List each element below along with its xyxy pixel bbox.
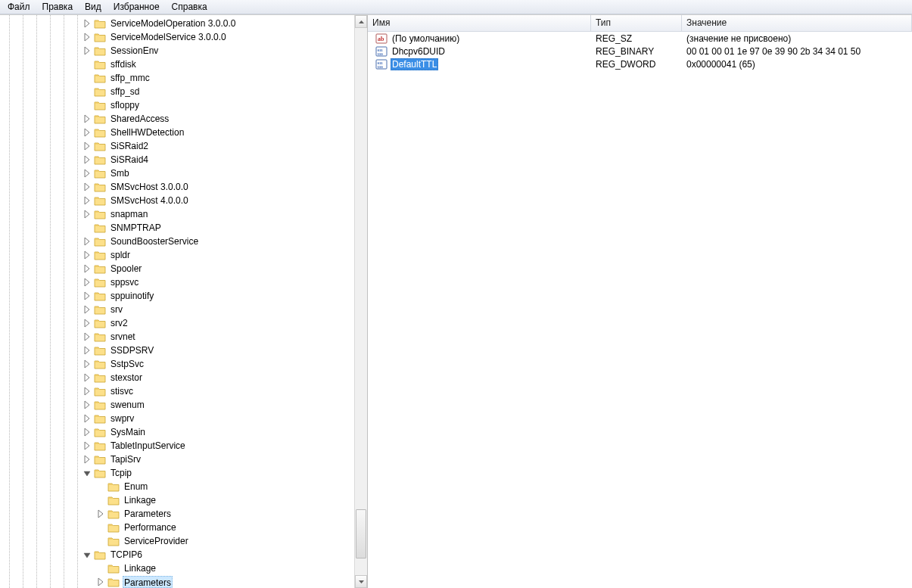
expand-icon[interactable] <box>83 142 92 151</box>
expand-icon[interactable] <box>83 414 92 423</box>
col-name[interactable]: Имя <box>368 15 591 31</box>
tree-item[interactable]: Linkage <box>83 562 353 575</box>
tree-item[interactable]: SiSRaid4 <box>83 153 353 166</box>
value-row[interactable]: Dhcpv6DUIDREG_BINARY00 01 00 01 1e 97 0e… <box>368 45 912 58</box>
tree-item[interactable]: Linkage <box>83 493 353 507</box>
scroll-track[interactable] <box>355 28 367 575</box>
expand-icon[interactable] <box>83 332 92 341</box>
tree-item[interactable]: SoundBoosterService <box>83 235 353 248</box>
folder-icon <box>94 222 106 233</box>
scroll-down-button[interactable] <box>355 575 367 588</box>
expand-icon[interactable] <box>83 455 92 464</box>
folder-icon <box>107 577 120 587</box>
expand-icon[interactable] <box>83 291 92 300</box>
tree-item[interactable]: sfloppy <box>83 98 353 112</box>
menu-edit[interactable]: Правка <box>36 0 79 14</box>
expand-icon[interactable] <box>83 387 92 396</box>
tree-item[interactable]: SiSRaid2 <box>83 139 353 153</box>
tree-item[interactable]: SMSvcHost 3.0.0.0 <box>83 180 353 194</box>
tree-item[interactable]: Enum <box>83 480 353 493</box>
expand-icon[interactable] <box>83 210 92 219</box>
expand-icon[interactable] <box>83 196 92 205</box>
tree-item[interactable]: srv <box>83 303 353 316</box>
tree-item[interactable]: srv2 <box>83 316 353 330</box>
tree-item[interactable]: spldr <box>83 248 353 262</box>
expand-icon[interactable] <box>83 155 92 164</box>
expand-icon[interactable] <box>83 237 92 246</box>
tree-item[interactable]: srvnet <box>83 330 353 344</box>
tree-item[interactable]: sppuinotify <box>83 289 353 303</box>
expand-icon[interactable] <box>83 46 92 55</box>
tree-item[interactable]: ServiceModelOperation 3.0.0.0 <box>83 17 353 30</box>
expand-icon[interactable] <box>97 577 106 586</box>
tree-item[interactable]: ServiceProvider <box>83 534 353 548</box>
tree-item[interactable]: Spooler <box>83 262 353 275</box>
expand-icon[interactable] <box>83 400 92 409</box>
col-value[interactable]: Значение <box>682 15 912 31</box>
tree-item[interactable]: Performance <box>83 521 353 534</box>
scroll-up-button[interactable] <box>355 15 367 28</box>
tree-item[interactable]: stexstor <box>83 371 353 384</box>
tree-item[interactable]: SessionEnv <box>83 44 353 58</box>
tree-item[interactable]: Smb <box>83 166 353 180</box>
tree-item[interactable]: ShellHWDetection <box>83 126 353 139</box>
tree-item[interactable]: swprv <box>83 412 353 425</box>
tree-item[interactable]: SstpSvc <box>83 357 353 371</box>
collapse-icon[interactable] <box>83 468 92 478</box>
value-row[interactable]: (По умолчанию)REG_SZ(значение не присвое… <box>368 32 912 45</box>
collapse-icon[interactable] <box>83 550 92 559</box>
tree-item[interactable]: stisvc <box>83 384 353 398</box>
tree-item[interactable]: SysMain <box>83 425 353 439</box>
expand-icon[interactable] <box>83 114 92 123</box>
expand-icon[interactable] <box>83 441 92 450</box>
expand-icon[interactable] <box>83 428 92 437</box>
tree-item[interactable]: Parameters <box>83 507 353 521</box>
tree-item[interactable]: Tcpip <box>83 466 353 480</box>
expand-icon[interactable] <box>97 509 106 518</box>
tree-item[interactable]: sffdisk <box>83 58 353 71</box>
tree-item[interactable]: swenum <box>83 398 353 412</box>
menu-favorites[interactable]: Избранное <box>107 0 166 14</box>
tree-item[interactable]: SSDPSRV <box>83 344 353 357</box>
tree-item[interactable]: TCPIP6 <box>83 548 353 562</box>
expand-icon[interactable] <box>83 33 92 42</box>
tree-item[interactable]: TabletInputService <box>83 439 353 453</box>
tree-item[interactable]: Parameters <box>83 575 353 588</box>
tree-item[interactable]: ServiceModelService 3.0.0.0 <box>83 30 353 44</box>
value-name: Dhcpv6DUID <box>391 46 447 57</box>
menu-help[interactable]: Справка <box>166 0 213 14</box>
col-type[interactable]: Тип <box>591 15 682 31</box>
tree-item[interactable]: sffp_mmc <box>83 71 353 85</box>
svg-marker-0 <box>359 20 364 23</box>
expand-icon[interactable] <box>83 250 92 260</box>
expand-icon[interactable] <box>83 264 92 273</box>
tree-item-label: sffp_mmc <box>109 72 151 84</box>
tree-item[interactable]: sffp_sd <box>83 85 353 98</box>
scroll-thumb[interactable] <box>356 509 366 558</box>
tree-item[interactable]: snapman <box>83 207 353 221</box>
menu-file[interactable]: Файл <box>2 0 36 14</box>
expand-icon[interactable] <box>83 373 92 382</box>
tree-item[interactable]: SNMPTRAP <box>83 221 353 235</box>
tree-item-label: Enum <box>123 481 149 493</box>
value-row[interactable]: DefaultTTLREG_DWORD0x00000041 (65) <box>368 58 912 70</box>
expand-icon[interactable] <box>83 169 92 178</box>
tree-scrollbar[interactable] <box>354 15 367 588</box>
expand-icon[interactable] <box>83 305 92 314</box>
expand-icon[interactable] <box>83 128 92 137</box>
tree-item[interactable]: TapiSrv <box>83 453 353 466</box>
tree-item[interactable]: SMSvcHost 4.0.0.0 <box>83 194 353 207</box>
tree-item[interactable]: SharedAccess <box>83 112 353 126</box>
expand-icon[interactable] <box>83 319 92 328</box>
menu-view[interactable]: Вид <box>79 0 107 14</box>
expand-icon[interactable] <box>83 359 92 369</box>
expand-icon[interactable] <box>83 346 92 355</box>
tree-item[interactable]: sppsvc <box>83 275 353 289</box>
folder-icon <box>94 400 106 410</box>
registry-tree[interactable]: ServiceModelOperation 3.0.0.0ServiceMode… <box>83 15 353 588</box>
expand-icon[interactable] <box>83 278 92 287</box>
expand-icon[interactable] <box>83 19 92 28</box>
values-list[interactable]: (По умолчанию)REG_SZ(значение не присвое… <box>368 32 912 588</box>
expand-icon[interactable] <box>83 182 92 191</box>
folder-icon <box>94 454 106 465</box>
